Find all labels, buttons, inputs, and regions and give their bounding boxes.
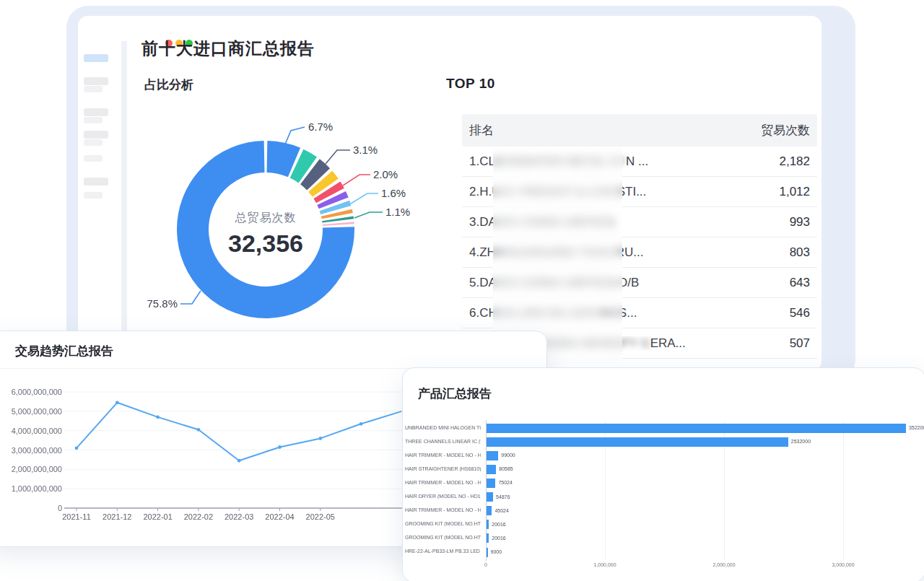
donut-percent-label: 75.8%: [134, 297, 178, 310]
donut-segment[interactable]: [321, 181, 326, 188]
x-axis-tick-label: 0: [461, 562, 511, 567]
bar-category-label: HAIR TRIMMER - MODEL NO - HT20...: [405, 453, 481, 458]
donut-section-label: 占比分析: [144, 77, 193, 93]
donut-segment[interactable]: [310, 172, 318, 180]
y-axis-tick-label: 4,000,000,000: [4, 427, 62, 435]
bar-value-label: 20016: [492, 536, 505, 541]
y-axis-tick-label: 5,000,000,000: [4, 407, 62, 416]
bar[interactable]: [487, 520, 489, 529]
data-point-marker[interactable]: [359, 422, 363, 426]
bar[interactable]: [487, 492, 493, 502]
page-title: 前十大进口商汇总报告: [141, 38, 315, 60]
donut-segment[interactable]: [327, 190, 330, 196]
sidebar-item-active[interactable]: [84, 54, 108, 62]
trade-count-value: 1,012: [773, 185, 810, 199]
bar-value-label: 54876: [496, 494, 510, 499]
trade-count-value: 2,182: [773, 154, 810, 169]
bar-category-label: HAIR DRYER (MODEL NO - HD1600 ...: [405, 494, 481, 499]
bar-value-label: 20016: [492, 522, 505, 527]
trade-count-value: 643: [784, 276, 810, 290]
x-axis-tick-label: 2022-05: [295, 512, 346, 521]
trade-count-value: 546: [784, 306, 810, 320]
top10-section-label: TOP 10: [446, 76, 495, 92]
bar-value-label: 9000: [491, 549, 502, 554]
sidebar-item[interactable]: [84, 155, 103, 162]
y-axis-tick-label: 6,000,000,000: [4, 388, 62, 396]
sidebar-item[interactable]: [84, 192, 103, 198]
sidebar-divider: [121, 41, 127, 371]
donut-percent-label: 1.1%: [385, 206, 410, 218]
bar-value-label: 99000: [501, 453, 515, 458]
bar-category-label: GROOMING KIT (MODEL NO.HT4000K...: [405, 521, 481, 526]
y-axis-tick-label: 2,000,000,000: [4, 465, 62, 473]
data-point-marker[interactable]: [237, 459, 241, 463]
bar-category-label: HAIR STRAIGHTENER (HS6810) PIN...: [405, 466, 481, 471]
data-point-marker[interactable]: [318, 437, 322, 440]
sidebar-item[interactable]: [84, 131, 108, 139]
sidebar-item[interactable]: [84, 86, 103, 92]
trade-count-value: 803: [784, 245, 810, 260]
y-axis-tick-label: 0: [4, 504, 62, 512]
bar[interactable]: [487, 465, 496, 474]
donut-segment[interactable]: [267, 157, 295, 162]
sidebar-item[interactable]: [84, 139, 103, 146]
x-axis-tick-label: 1,000,000: [580, 562, 630, 567]
data-point-marker[interactable]: [75, 446, 79, 450]
x-axis-tick-label: 3,000,000: [818, 562, 868, 567]
bar[interactable]: [487, 424, 906, 433]
donut-segment[interactable]: [331, 198, 334, 203]
trade-count-value: 993: [784, 215, 810, 230]
bar[interactable]: [487, 479, 495, 488]
table-header: 排名 贸易次数: [462, 114, 817, 147]
bar[interactable]: [487, 548, 488, 557]
bar[interactable]: [487, 451, 498, 460]
sidebar-item[interactable]: [84, 178, 108, 185]
bar-category-label: GROOMING KIT (MODEL NO.HT4500K...: [405, 535, 481, 540]
sidebar-item[interactable]: [84, 117, 103, 123]
bar[interactable]: [487, 533, 489, 543]
data-point-marker[interactable]: [116, 401, 119, 404]
sidebar-item[interactable]: [84, 108, 108, 116]
bar-value-label: 75024: [498, 480, 512, 485]
donut-segment[interactable]: [334, 206, 336, 210]
column-header-rank: 排名: [469, 122, 494, 139]
gridline: [843, 420, 844, 560]
sidebar-item[interactable]: [84, 77, 108, 85]
page: 前十大进口商汇总报告 占比分析 TOP 10 总贸易次数 32,356 排名 贸…: [0, 0, 924, 581]
bar-value-label: 80585: [499, 466, 513, 471]
donut-percent-label: 6.7%: [308, 121, 333, 133]
y-axis-tick-label: 1,000,000,000: [4, 484, 62, 493]
bar-category-label: HAIR TRIMMER - MODEL NO - HT20...: [405, 480, 481, 485]
trade-count-value: 507: [784, 336, 810, 351]
x-axis-tick-label: 2,000,000: [699, 562, 749, 567]
bar-category-label: THREE CHANNELS LINEAR IC (INTE...: [405, 439, 481, 444]
bar-value-label: 45024: [494, 508, 508, 513]
bar-category-label: HAIR TRIMMER - MODEL NO - HT35...: [405, 507, 481, 512]
donut-center-label: 总贸易次数: [193, 211, 338, 226]
bar-category-label: UNBRANDED MINI HALOGEN TUBE 50...: [405, 425, 481, 430]
donut-center-value: 32,356: [193, 230, 338, 258]
donut-percent-label: 1.6%: [381, 187, 406, 199]
donut-percent-label: 3.1%: [353, 144, 378, 156]
data-point-marker[interactable]: [156, 415, 160, 419]
bar-value-label: 3522000: [909, 425, 924, 430]
product-card-title: 产品汇总报告: [418, 385, 492, 402]
bar-value-label: 2532000: [791, 439, 811, 444]
product-report-card: 产品汇总报告 UNBRANDED MINI HALOGEN TUBE 50...…: [402, 367, 924, 581]
bar[interactable]: [487, 506, 492, 515]
donut-percent-label: 2.0%: [373, 168, 398, 180]
y-axis-tick-label: 3,000,000,000: [4, 446, 62, 455]
bar[interactable]: [487, 437, 788, 447]
data-point-marker[interactable]: [197, 428, 201, 432]
data-point-marker[interactable]: [278, 445, 282, 449]
donut-segment[interactable]: [297, 164, 308, 170]
column-header-trade-count: 贸易次数: [761, 122, 810, 139]
bar-category-label: HRE-22-AL-PB33-LM PB.33 LED MO...: [405, 549, 481, 554]
